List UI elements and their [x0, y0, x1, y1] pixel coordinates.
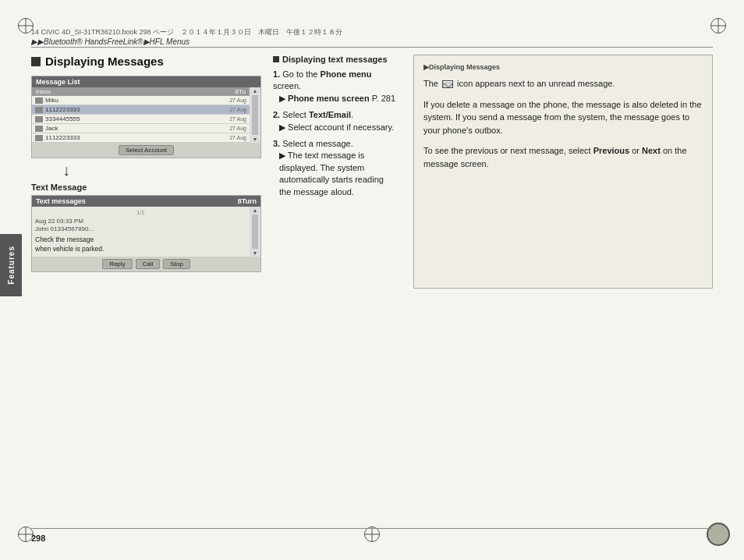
down-arrow: ↓: [62, 161, 261, 179]
scroll-thumb-2: [252, 214, 258, 249]
right-col-para-3: To see the previous or next message, sel…: [423, 144, 703, 170]
list-item: Jack 27 Aug: [32, 124, 250, 133]
step-1-text: Go to the Phone menu screen.: [273, 69, 372, 90]
step-1-num: 1.: [273, 69, 282, 79]
text-messages-right: 8Turn: [238, 197, 257, 205]
corner-decoration-bc: [360, 523, 384, 546]
instructions-heading-text: Displaying text messages: [282, 55, 388, 64]
top-border: [31, 47, 713, 48]
main-content: Displaying Messages Message List inbox 8…: [31, 55, 713, 521]
page-info: 1/1: [35, 209, 246, 216]
inbox-bar: inbox 8Tu: [32, 87, 250, 96]
action-button-bar: Reply Call Stop: [32, 257, 260, 271]
text-message-screen: Text messages 8Turn 1/1 Aug 22 03:33 PM …: [31, 195, 261, 272]
inbox-count: 8Tu: [236, 88, 246, 95]
step-2-num: 2.: [273, 110, 282, 119]
contact-name: Miku: [45, 97, 226, 104]
instructions-heading: Displaying text messages: [273, 55, 398, 64]
step-3-num: 3.: [273, 139, 282, 148]
step-2-sub: ▶ Select account if necessary.: [279, 122, 398, 133]
message-icon: [35, 126, 43, 132]
corner-decoration-br: [707, 523, 730, 546]
step-2-text: Select Text/Email.: [282, 110, 353, 119]
step-3: 3. Select a message. ▶ The text message …: [273, 138, 398, 198]
reply-button[interactable]: Reply: [102, 259, 132, 269]
select-account-button[interactable]: Select Account: [119, 145, 174, 155]
message-icon: [35, 97, 43, 104]
list-item: 1112223333 27 Aug: [32, 105, 250, 115]
section-icon: [31, 57, 41, 66]
text-messages-title: Text messages: [36, 197, 86, 205]
contact-name: Jack: [45, 125, 226, 132]
envelope-icon-inline: [442, 80, 453, 88]
list-item: 1112223333 27 Aug: [32, 133, 250, 143]
select-account-bar: Select Account: [32, 143, 260, 158]
scrollbar: ▲ ▼: [250, 87, 260, 143]
scroll-up-arrow: ▲: [253, 88, 258, 94]
right-col-para-2: If you delete a message on the phone, th…: [423, 98, 703, 137]
page-number: 298: [31, 533, 45, 543]
step-2: 2. Select Text/Email. ▶ Select account i…: [273, 109, 398, 133]
message-icon: [35, 116, 43, 122]
call-button[interactable]: Call: [136, 259, 161, 269]
step-1-sub: ▶ Phone menu screen P. 281: [279, 93, 398, 105]
screen-mockup: Message List inbox 8Tu Miku 27 Aug: [31, 76, 261, 272]
header: 14 CIVIC 4D_SI-31TR36210.book 298 ページ ２０…: [31, 23, 713, 45]
message-list-body: inbox 8Tu Miku 27 Aug 1112223333 27 Aug: [32, 87, 260, 143]
right-col-header: ▶Displaying Messages: [423, 63, 703, 71]
contact-name: 1112223333: [45, 134, 226, 141]
message-list-title: Message List: [36, 78, 80, 86]
file-info: 14 CIVIC 4D_SI-31TR36210.book 298 ページ ２０…: [31, 27, 342, 37]
features-tab: Features: [0, 234, 22, 296]
message-date: 27 Aug: [229, 107, 246, 112]
message-list-rows: inbox 8Tu Miku 27 Aug 1112223333 27 Aug: [32, 87, 250, 143]
message-date: 27 Aug: [229, 126, 246, 131]
section-title: Displaying Messages: [45, 55, 164, 68]
right-column: ▶Displaying Messages The icon appears ne…: [413, 55, 713, 289]
list-item: 3334445555 27 Aug: [32, 115, 250, 124]
inbox-label: inbox: [36, 88, 51, 95]
scroll-up-icon: ▲: [253, 207, 258, 213]
scroll-down-arrow: ▼: [253, 136, 258, 142]
sender-number: John 01334567890...: [35, 225, 94, 232]
message-icon: [35, 107, 43, 113]
step-3-text: Select a message.: [282, 139, 353, 148]
scroll-down-icon: ▼: [253, 250, 258, 256]
instructions-column: Displaying text messages 1. Go to the Ph…: [273, 55, 398, 203]
bottom-border: [31, 528, 713, 529]
text-messages-content: 1/1 Aug 22 03:33 PM John 01334567890... …: [32, 207, 250, 257]
contact-name: 1112223333: [45, 106, 226, 113]
step-3-sub: ▶ The text message is displayed. The sys…: [279, 150, 398, 198]
message-date: 27 Aug: [229, 135, 246, 140]
text-messages-body: 1/1 Aug 22 03:33 PM John 01334567890... …: [32, 207, 260, 257]
message-body-text: Check the messagewhen vehicle is parked.: [35, 236, 246, 254]
message-list-screen: Message List inbox 8Tu Miku 27 Aug: [31, 76, 261, 158]
text-messages-title-bar: Text messages 8Turn: [32, 196, 260, 207]
features-label: Features: [7, 246, 16, 285]
message-list-title-bar: Message List: [32, 76, 260, 87]
text-message-label: Text Message: [31, 183, 261, 192]
stop-button[interactable]: Stop: [163, 259, 190, 269]
sender-name: John 01334567890...: [35, 225, 246, 232]
breadcrumb: ▶▶Bluetooth® HandsFreeLink®▶HFL Menus: [31, 37, 190, 46]
message-icon: [35, 135, 43, 141]
message-date: 27 Aug: [229, 97, 246, 103]
text-scrollbar: ▲ ▼: [250, 207, 260, 257]
list-item: Miku 27 Aug: [32, 96, 250, 105]
sender-info: Aug 22 03:33 PM: [35, 218, 246, 225]
heading-icon: [273, 56, 279, 62]
message-date: 27 Aug: [229, 116, 246, 122]
sender-date: Aug 22 03:33 PM: [35, 218, 83, 225]
contact-name: 3334445555: [45, 115, 226, 122]
right-col-para-1: The icon appears next to an unread messa…: [423, 77, 703, 90]
scroll-thumb: [252, 95, 258, 135]
step-1: 1. Go to the Phone menu screen. ▶ Phone …: [273, 69, 398, 105]
